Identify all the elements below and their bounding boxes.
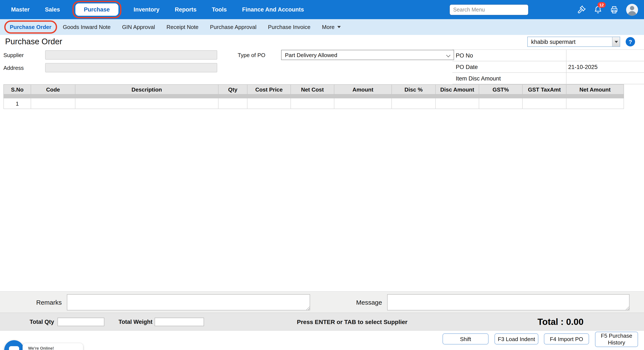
- cell-sno[interactable]: 1: [4, 98, 31, 109]
- table-row[interactable]: 1: [4, 98, 624, 109]
- avatar-head: [630, 6, 634, 10]
- nav-tools[interactable]: Tools: [212, 6, 227, 13]
- message-textarea[interactable]: [387, 294, 630, 310]
- item-disc-amount-row: Item Disc Amount: [452, 73, 644, 84]
- cell-description[interactable]: [75, 98, 218, 109]
- gavel-icon[interactable]: [577, 5, 586, 14]
- po-date-value: 21-10-2025: [566, 64, 644, 70]
- shift-button[interactable]: Shift: [442, 334, 488, 344]
- user-avatar[interactable]: [626, 4, 638, 16]
- message-label: Message: [345, 298, 382, 306]
- cell-code[interactable]: [31, 98, 75, 109]
- col-net-cost: Net Cost: [291, 84, 334, 94]
- remarks-textarea[interactable]: [67, 294, 310, 310]
- f4-import-po-button[interactable]: F4 Import PO: [544, 334, 589, 344]
- subnav-more-label: More: [322, 24, 334, 30]
- f3-load-indent-button[interactable]: F3 Load Indent: [494, 334, 538, 344]
- col-disc-amount: Disc Amount: [436, 84, 479, 94]
- po-date-row: PO Date 21-10-2025: [452, 61, 644, 73]
- top-navbar: Master Sales Purchase Inventory Reports …: [0, 0, 644, 19]
- cell-qty[interactable]: [218, 98, 247, 109]
- total-weight-label: Total Weight: [106, 319, 152, 325]
- supplier-label: Supplier: [4, 52, 24, 58]
- main-menu: Master Sales Purchase Inventory Reports …: [11, 4, 304, 16]
- store-selector-dropdown-button[interactable]: [612, 37, 620, 46]
- avatar-torso: [628, 11, 636, 16]
- type-of-po-value: Part Delivery Allowed: [285, 52, 337, 58]
- nav-purchase[interactable]: Purchase: [76, 4, 118, 16]
- nav-inventory[interactable]: Inventory: [134, 6, 160, 13]
- subnav-purchase-approval[interactable]: Purchase Approval: [210, 24, 256, 30]
- po-form-section: Supplier Address Type of PO Part Deliver…: [0, 48, 644, 84]
- cell-gst-pct[interactable]: [479, 98, 522, 109]
- chevron-down-icon: [614, 41, 618, 43]
- subnav-more[interactable]: More: [322, 24, 340, 30]
- remarks-label: Remarks: [0, 298, 62, 306]
- po-no-label: PO No: [452, 50, 566, 61]
- grand-total: Total : 0.00: [538, 317, 584, 327]
- totals-panel: Total Qty Total Weight Press ENTER or TA…: [0, 312, 644, 331]
- footer-action-bar: Shift F3 Load Indent F4 Import PO F5 Pur…: [0, 331, 644, 350]
- type-of-po-select[interactable]: Part Delivery Allowed: [281, 50, 454, 60]
- page-header: Purchase Order khabib supermart ?: [0, 35, 644, 48]
- col-amount: Amount: [334, 84, 392, 94]
- bell-icon[interactable]: 12: [594, 5, 602, 14]
- subnav-purchase-order-label: Purchase Order: [10, 24, 51, 30]
- nav-finance-and-accounts[interactable]: Finance And Accounts: [242, 6, 304, 13]
- nav-sales[interactable]: Sales: [45, 6, 60, 13]
- printer-icon[interactable]: [610, 5, 618, 14]
- subnav-receipt-note[interactable]: Receipt Note: [166, 24, 198, 30]
- col-qty: Qty: [218, 84, 247, 94]
- nav-reports[interactable]: Reports: [175, 6, 196, 13]
- col-code: Code: [31, 84, 75, 94]
- total-weight-field[interactable]: [154, 318, 204, 326]
- col-description: Description: [75, 84, 218, 94]
- total-qty-label: Total Qty: [0, 319, 54, 325]
- col-cost-price: Cost Price: [247, 84, 291, 94]
- empty-work-area: [0, 109, 644, 291]
- cell-net-amount[interactable]: [566, 98, 624, 109]
- chat-online-text: We're Online!: [28, 346, 54, 350]
- address-label: Address: [4, 65, 24, 71]
- supplier-select-hint: Press ENTER or TAB to select Supplier: [297, 318, 408, 325]
- cell-amount[interactable]: [334, 98, 392, 109]
- help-icon[interactable]: ?: [626, 37, 635, 46]
- topnav-right-cluster: 12: [449, 4, 644, 16]
- po-no-row: PO No: [452, 50, 644, 61]
- search-input[interactable]: [449, 4, 528, 15]
- subnav-goods-inward-note[interactable]: Goods Inward Note: [63, 24, 110, 30]
- purchase-order-app: Master Sales Purchase Inventory Reports …: [0, 0, 644, 350]
- col-sno: S.No: [4, 84, 31, 94]
- chevron-down-icon: [337, 26, 340, 28]
- item-disc-amount-label: Item Disc Amount: [452, 73, 566, 84]
- subnav-purchase-invoice[interactable]: Purchase Invoice: [268, 24, 310, 30]
- chevron-down-icon: [446, 53, 450, 57]
- cell-disc-amount[interactable]: [436, 98, 479, 109]
- col-net-amount: Net Amount: [566, 84, 624, 94]
- supplier-field[interactable]: [45, 50, 217, 60]
- total-qty-field[interactable]: [58, 318, 104, 326]
- chat-online-tooltip: We're Online!: [22, 343, 83, 350]
- store-selector-value: khabib supermart: [528, 37, 612, 46]
- items-table: S.No Code Description Qty Cost Price Net…: [4, 84, 624, 109]
- po-info-rows: PO No PO Date 21-10-2025 Item Disc Amoun…: [452, 50, 644, 84]
- notification-badge: 12: [598, 2, 606, 8]
- cell-cost-price[interactable]: [247, 98, 291, 109]
- store-selector[interactable]: khabib supermart: [527, 36, 620, 47]
- subnav-gin-approval[interactable]: GIN Approval: [122, 24, 155, 30]
- nav-master[interactable]: Master: [11, 6, 30, 13]
- type-of-po-label: Type of PO: [238, 52, 265, 58]
- nav-purchase-label: Purchase: [84, 6, 110, 13]
- cell-disc-pct[interactable]: [392, 98, 436, 109]
- col-gst-pct: GST%: [479, 84, 522, 94]
- f5-purchase-history-button[interactable]: F5 Purchase History: [595, 332, 638, 347]
- page-title: Purchase Order: [5, 37, 62, 46]
- stage: Master Sales Purchase Inventory Reports …: [0, 0, 644, 350]
- col-disc-pct: Disc %: [392, 84, 436, 94]
- subnav-purchase-order[interactable]: Purchase Order: [10, 24, 51, 30]
- cell-gst-taxamt[interactable]: [522, 98, 566, 109]
- chat-icon: [9, 346, 19, 350]
- purchase-submenu: Purchase Order Goods Inward Note GIN App…: [0, 19, 644, 35]
- cell-net-cost[interactable]: [291, 98, 334, 109]
- address-field[interactable]: [45, 63, 217, 72]
